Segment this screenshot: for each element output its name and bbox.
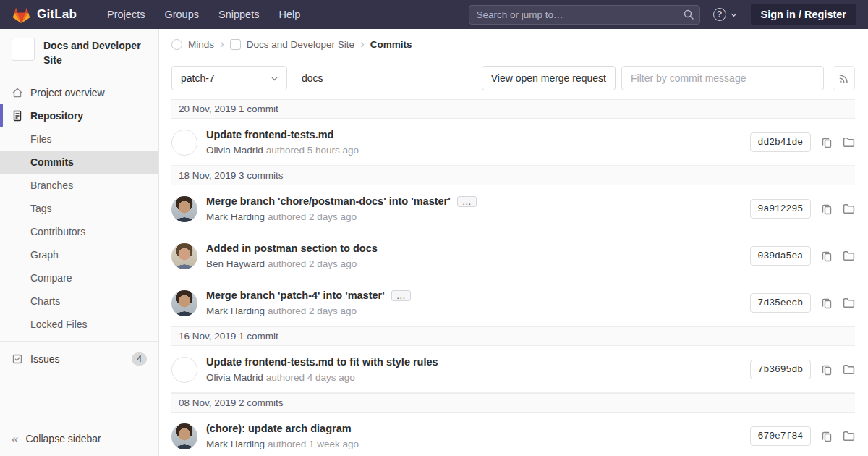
- commit-sha[interactable]: dd2b41de: [750, 132, 811, 152]
- copy-sha-button[interactable]: [821, 431, 833, 442]
- sidebar-subitem-locked-files[interactable]: Locked Files: [0, 313, 158, 336]
- sidebar-subitem-label: Graph: [30, 249, 59, 261]
- breadcrumb-group-link[interactable]: Minds: [188, 39, 214, 50]
- commit-meta: Olivia Madridauthored 5 hours ago: [206, 143, 750, 157]
- commit-meta: Olivia Madridauthored 4 days ago: [206, 371, 750, 384]
- expand-commit-message-button[interactable]: …: [391, 290, 411, 301]
- navbar-right: ? Sign in / Register: [469, 4, 856, 25]
- browse-files-button[interactable]: [843, 203, 855, 215]
- commit-title-line: (chore): update arch diagram: [206, 421, 750, 436]
- copy-sha-button[interactable]: [821, 364, 833, 376]
- repository-submenu: FilesCommitsBranchesTagsContributorsGrap…: [0, 127, 158, 336]
- commit-title-link[interactable]: Merge branch 'patch-4' into 'master': [206, 288, 385, 303]
- sidebar-item-label: Project overview: [30, 87, 105, 98]
- commits-feed-button[interactable]: [833, 66, 855, 90]
- gitlab-logo-text: GitLab: [37, 7, 77, 22]
- search-icon: [683, 9, 694, 20]
- navbar-item-projects[interactable]: Projects: [107, 9, 145, 20]
- sidebar-subitem-tags[interactable]: Tags: [0, 197, 158, 220]
- commit-date-label: 16 Nov, 2019 1 commit: [179, 331, 278, 342]
- sidebar-subitem-charts[interactable]: Charts: [0, 290, 158, 313]
- caret-down-icon: [730, 11, 738, 19]
- commit-author-avatar[interactable]: [171, 290, 197, 316]
- sidebar-item-issues[interactable]: Issues 4: [0, 347, 158, 371]
- commit-author-avatar[interactable]: [171, 196, 197, 222]
- browse-files-button[interactable]: [843, 363, 855, 376]
- sidebar-item-label: Repository: [30, 110, 83, 122]
- commit-filter-input[interactable]: [621, 66, 824, 90]
- sidebar-subitem-files[interactable]: Files: [0, 127, 158, 151]
- commit-sha[interactable]: 9a912295: [750, 199, 811, 219]
- search-input[interactable]: [469, 5, 700, 25]
- commit-date-header: 16 Nov, 2019 1 commit: [171, 326, 855, 346]
- commit-meta: Mark Hardingauthored 2 days ago: [206, 304, 750, 318]
- sign-in-button[interactable]: Sign in / Register: [751, 4, 856, 25]
- copy-sha-button[interactable]: [821, 137, 833, 148]
- commit-author-link[interactable]: Ben Hayward: [206, 258, 265, 269]
- copy-sha-button[interactable]: [821, 250, 833, 262]
- breadcrumb: Minds › Docs and Developer Site › Commit…: [171, 39, 855, 50]
- sidebar-subitem-branches[interactable]: Branches: [0, 174, 158, 197]
- sidebar-subitem-label: Tags: [30, 203, 52, 214]
- gitlab-logo[interactable]: GitLab: [12, 6, 77, 24]
- commit-title-line: Update frontend-tests.md: [206, 127, 750, 143]
- commit-author-link[interactable]: Mark Harding: [206, 305, 265, 316]
- sidebar-subitem-graph[interactable]: Graph: [0, 243, 158, 266]
- navbar-item-snippets[interactable]: Snippets: [218, 9, 259, 20]
- navbar-menu-label: Projects: [107, 9, 145, 20]
- commit-author-link[interactable]: Mark Harding: [206, 439, 265, 449]
- sidebar-subitem-contributors[interactable]: Contributors: [0, 220, 158, 243]
- commit-title-link[interactable]: Update frontend-tests.md to fit with sty…: [206, 355, 438, 370]
- navbar-menu-label: Groups: [164, 9, 199, 20]
- commit-row: Merge branch 'chore/postman-docs' into '…: [171, 185, 855, 232]
- navbar-item-help[interactable]: Help: [278, 9, 300, 20]
- commit-title-link[interactable]: Added in postman section to docs: [206, 241, 378, 256]
- commit-title-link[interactable]: (chore): update arch diagram: [206, 421, 352, 436]
- help-dropdown[interactable]: ?: [713, 8, 738, 21]
- commit-date-label: 20 Nov, 2019 1 commit: [179, 104, 278, 114]
- commit-info: Update frontend-tests.md Olivia Madridau…: [206, 127, 750, 157]
- commit-actions: 039da5ea: [750, 246, 855, 266]
- commit-sha[interactable]: 7b3695db: [750, 360, 811, 379]
- commit-title-link[interactable]: Merge branch 'chore/postman-docs' into '…: [206, 194, 451, 209]
- commit-sha[interactable]: 039da5ea: [750, 246, 811, 266]
- browse-files-button[interactable]: [843, 136, 855, 148]
- commit-title-line: Merge branch 'patch-4' into 'master' …: [206, 288, 750, 303]
- commit-time: authored 4 days ago: [266, 372, 355, 383]
- navbar-item-groups[interactable]: Groups: [164, 9, 199, 20]
- navbar-menu-label: Snippets: [218, 9, 259, 20]
- commit-author-link[interactable]: Mark Harding: [206, 211, 265, 222]
- commit-author-avatar[interactable]: [171, 130, 197, 156]
- view-merge-request-button[interactable]: View open merge request: [482, 66, 616, 90]
- sidebar-item-repository[interactable]: Repository: [0, 104, 158, 127]
- commit-author-avatar[interactable]: [171, 243, 197, 269]
- commit-info: Added in postman section to docs Ben Hay…: [206, 241, 750, 271]
- commit-sha[interactable]: 7d35eecb: [750, 293, 811, 313]
- help-icon: ?: [713, 8, 726, 21]
- commit-author-avatar[interactable]: [171, 357, 197, 383]
- commits-controls: patch-7 docs View open merge request: [171, 66, 855, 90]
- sidebar-item-project-overview[interactable]: Project overview: [0, 81, 158, 104]
- copy-sha-button[interactable]: [821, 297, 833, 309]
- commit-title-line: Update frontend-tests.md to fit with sty…: [206, 355, 750, 370]
- browse-files-button[interactable]: [843, 430, 855, 442]
- branch-selector[interactable]: patch-7: [171, 66, 287, 90]
- commit-author-link[interactable]: Olivia Madrid: [206, 372, 263, 383]
- browse-files-button[interactable]: [843, 250, 855, 262]
- sidebar-divider: [0, 341, 158, 342]
- project-context-header[interactable]: Docs and Developer Site: [0, 29, 158, 75]
- commit-meta: Mark Hardingauthored 2 days ago: [206, 210, 750, 224]
- commit-info: Merge branch 'patch-4' into 'master' … M…: [206, 288, 750, 318]
- breadcrumb-project-link[interactable]: Docs and Developer Site: [247, 39, 354, 50]
- sidebar-subitem-compare[interactable]: Compare: [0, 266, 158, 290]
- sidebar-subitem-commits[interactable]: Commits: [0, 151, 158, 174]
- commit-row: Merge branch 'patch-4' into 'master' … M…: [171, 279, 855, 326]
- commit-title-link[interactable]: Update frontend-tests.md: [206, 127, 333, 143]
- browse-files-button[interactable]: [843, 297, 855, 309]
- expand-commit-message-button[interactable]: …: [457, 196, 477, 207]
- commit-author-link[interactable]: Olivia Madrid: [206, 145, 263, 156]
- copy-sha-button[interactable]: [821, 203, 833, 215]
- commit-sha[interactable]: 670e7f84: [750, 426, 811, 446]
- collapse-sidebar-button[interactable]: « Collapse sidebar: [0, 421, 158, 456]
- commit-author-avatar[interactable]: [171, 423, 197, 449]
